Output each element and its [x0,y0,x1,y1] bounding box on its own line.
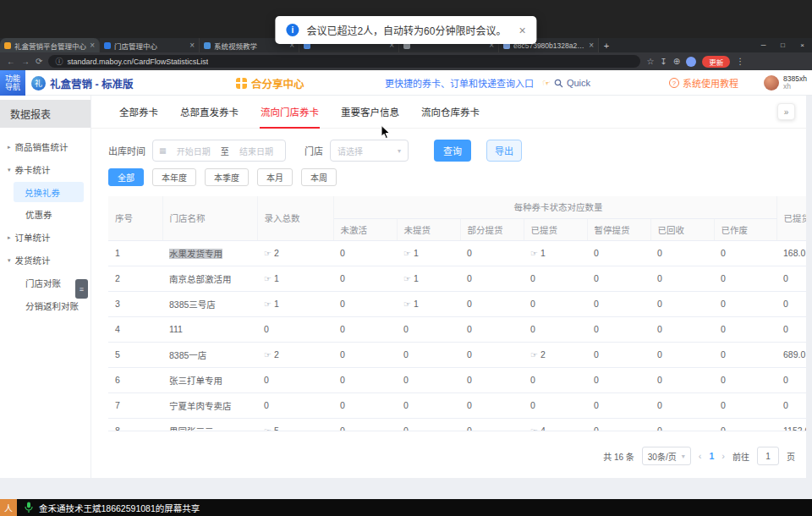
back-icon[interactable]: ← [7,57,15,66]
quick-range-chip[interactable]: 全部 [108,168,144,186]
quick-search[interactable]: ☞ Quick [542,78,590,89]
site-info-icon[interactable]: ⓘ [55,56,63,67]
cell-value: 0 [776,392,806,418]
extensions-icon[interactable]: ⊕ [673,57,680,66]
hand-icon[interactable]: ☞ [530,426,538,431]
cell-store-name: 果园张三二 [162,418,257,431]
search-button[interactable]: 查询 [434,140,471,162]
store-select[interactable]: 请选择 ▾ [330,140,409,162]
table-row[interactable]: 6张三打单专用000000000 [108,367,806,392]
reload-icon[interactable]: ⟳ [36,57,42,66]
toast-close-icon[interactable]: × [518,24,525,37]
store-filter-label: 门店 [304,144,323,157]
cell-index: 7 [108,392,162,418]
cell-value: 0 [460,291,524,316]
tab-title: 礼盒营销平台管理中心 [14,41,86,51]
hand-icon[interactable]: ☞ [403,274,411,283]
cell-value: 0 [460,240,524,266]
table-row[interactable]: 4111000000000 [108,316,806,342]
prev-page-button[interactable]: ‹ [699,451,702,461]
microphone-icon [25,502,33,513]
content-tab[interactable]: 流向门店券卡 [250,96,330,128]
hand-icon[interactable]: ☞ [403,249,411,258]
share-app-icon: 人 [0,499,17,516]
cell-value: ☞1 [257,266,333,291]
share-center-link[interactable]: 合分享中心 [236,70,304,96]
quick-tip-text: 更快捷的券卡、订单和快递查询入口 [385,76,534,90]
user-name: 8385xhxh [783,75,807,91]
cell-value: 0 [650,316,714,342]
content-tab[interactable]: 全部券卡 [108,96,169,128]
sidebar-collapse-handle[interactable]: ≡ [75,279,88,299]
quick-range-chip[interactable]: 本年度 [152,168,196,186]
window-minimize-button[interactable]: ─ [754,38,773,52]
cell-value: ☞1 [397,291,460,316]
cell-index: 1 [108,240,162,266]
browser-menu-icon[interactable]: ⋮ [736,57,744,66]
pagination: 共 16 条 30条/页 ▾ ‹ 1 › 前往 页 [603,447,795,465]
hand-icon[interactable]: ☞ [264,249,272,258]
page-size-select[interactable]: 30条/页 ▾ [642,447,691,465]
table-row[interactable]: 7宁夏羊肉专卖店000000000 [108,392,806,418]
window-close-button[interactable]: × [793,38,812,52]
browser-tab[interactable]: 门店管理中心× [100,38,200,52]
hand-icon[interactable]: ☞ [264,299,272,309]
sidebar-item[interactable]: ▾券卡统计 [0,158,91,181]
browser-update-button[interactable]: 更新 [702,56,730,68]
downloads-icon[interactable]: ↧ [660,57,667,66]
tutorial-label: 系统使用教程 [683,76,738,90]
hand-icon[interactable]: ☞ [264,274,272,283]
hand-icon[interactable]: ☞ [530,350,538,360]
goto-page-input[interactable] [757,447,779,465]
content-tab[interactable]: 流向仓库券卡 [410,96,491,128]
table-row[interactable]: 38385三号店☞10☞1000000 [108,291,806,316]
column-header: 门店名称 [162,196,257,240]
content-tab[interactable]: 总部直发券卡 [169,96,250,128]
time-filter-label: 出库时间 [108,144,145,157]
hand-icon[interactable]: ☞ [264,426,272,431]
sidebar-item[interactable]: ▸商品销售统计 [0,135,91,158]
export-button[interactable]: 导出 [486,140,522,162]
cell-value: 0 [587,342,650,367]
quick-range-chip[interactable]: 本月 [257,168,293,186]
browser-profile-avatar[interactable] [686,57,696,67]
table-row[interactable]: 58385一店☞2000☞2000689.0 [108,342,806,367]
panel-collapse-button[interactable]: » [777,103,795,120]
hand-icon[interactable]: ☞ [264,350,272,360]
forward-icon[interactable]: → [21,57,30,66]
sidebar-item[interactable]: 优惠券 [0,203,91,226]
browser-tab[interactable]: 礼盒营销平台管理中心× [0,38,100,52]
sidebar-item-label: 发货统计 [15,254,51,266]
cell-store-name: 宁夏羊肉专卖店 [162,392,257,418]
hand-icon[interactable]: ☞ [403,299,411,309]
window-maximize-button[interactable]: □ [773,38,793,52]
pointer-icon: ☞ [542,78,551,89]
chevron-right-icon: ▸ [8,144,11,151]
quick-range-chip[interactable]: 本周 [301,168,337,186]
quick-range-chip[interactable]: 本季度 [205,168,249,186]
cell-store-name: 111 [162,316,257,342]
tab-close-icon[interactable]: × [90,41,95,50]
cell-value: 0 [714,240,776,266]
new-tab-button[interactable]: + [599,38,614,52]
current-page[interactable]: 1 [709,451,714,461]
table-row[interactable]: 2南京总部激活用☞10☞1000000 [108,266,806,291]
table-row[interactable]: 1水果发货专用☞20☞10☞1000168.0 [108,240,806,266]
next-page-button[interactable]: › [721,451,725,461]
bookmark-icon[interactable]: ☆ [646,57,654,66]
sidebar-item[interactable]: ▾发货统计 [0,249,91,272]
tutorial-link[interactable]: ? 系统使用教程 [669,70,738,96]
table-row[interactable]: 8果园张三二☞5000☞40001152.0 [108,418,806,431]
tab-close-icon[interactable]: × [589,41,594,50]
url-bar[interactable]: ⓘ standard.maboy.cn/CardFlowStatisticsLi… [48,55,640,68]
browser-addressbar: ← → ⟳ ⓘ standard.maboy.cn/CardFlowStatis… [0,52,812,70]
sidebar-item[interactable]: ▸订单统计 [0,226,91,249]
date-range-picker[interactable]: ▦ 开始日期 至 结束日期 [152,140,286,162]
tab-close-icon[interactable]: × [189,41,195,50]
content-tab[interactable]: 重要客户信息 [330,96,410,128]
user-menu[interactable]: 8385xhxh [764,70,807,96]
hand-icon[interactable]: ☞ [530,249,538,258]
cell-value: 0 [776,266,806,291]
function-nav-button[interactable]: 功能导航 [0,70,25,96]
sidebar-item[interactable]: 兑换礼券 [14,182,84,202]
